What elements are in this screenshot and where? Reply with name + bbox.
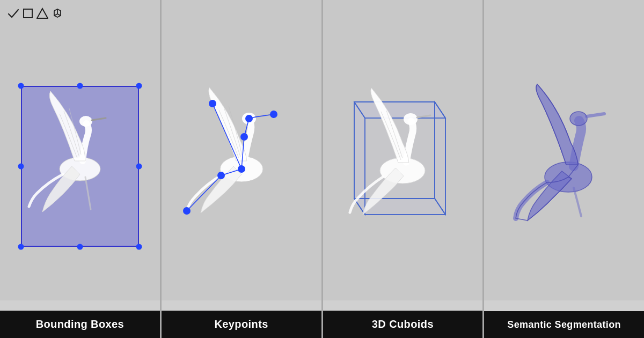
svg-point-17 — [245, 115, 253, 122]
bird-svg-3 — [338, 86, 467, 247]
svg-line-4 — [57, 14, 61, 16]
svg-point-37 — [404, 113, 418, 125]
segmentation-svg — [510, 83, 618, 249]
keypoints-area — [172, 32, 311, 300]
panel-label-bounding-boxes: Bounding Boxes — [0, 311, 160, 338]
cuboids-area — [334, 32, 472, 300]
svg-point-22 — [209, 100, 216, 107]
panel-label-keypoints: Keypoints — [162, 311, 321, 338]
svg-point-18 — [240, 133, 248, 141]
square-icon — [23, 8, 33, 19]
box3d-icon — [52, 8, 63, 19]
bird-svg-1 — [21, 86, 139, 247]
bbox-box — [21, 86, 139, 247]
triangle-icon — [36, 8, 48, 19]
cuboid-box — [338, 86, 467, 247]
panel-semantic-segmentation: Semantic Segmentation — [484, 0, 644, 338]
top-icons — [8, 8, 63, 19]
panel-label-semantic-segmentation: Semantic Segmentation — [484, 311, 644, 339]
panel-bounding-boxes: Bounding Boxes — [0, 0, 162, 338]
svg-point-39 — [570, 112, 587, 126]
keypoints-lines-svg — [177, 83, 306, 249]
svg-line-14 — [187, 175, 221, 211]
svg-point-16 — [270, 111, 277, 118]
checkmark-icon — [8, 8, 19, 19]
svg-line-15 — [213, 104, 241, 169]
panel-label-3d-cuboids: 3D Cuboids — [323, 311, 483, 338]
svg-line-12 — [241, 137, 244, 169]
svg-point-20 — [217, 172, 225, 179]
segmentation-area — [495, 32, 633, 300]
svg-marker-1 — [37, 9, 48, 18]
panel-3d-cuboids: 3D Cuboids — [323, 0, 485, 338]
svg-rect-0 — [24, 9, 32, 18]
svg-point-19 — [238, 165, 245, 173]
svg-point-6 — [79, 116, 92, 127]
svg-line-3 — [54, 14, 57, 16]
svg-point-21 — [183, 207, 191, 215]
segmentation-box — [510, 83, 618, 249]
bounding-box-area — [11, 32, 149, 300]
panels-container: Bounding Boxes — [0, 0, 644, 338]
keypoints-box — [177, 83, 306, 249]
panel-keypoints: Keypoints — [162, 0, 323, 338]
